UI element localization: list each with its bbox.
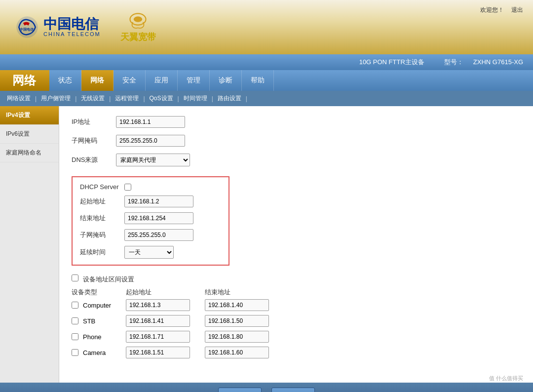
stb-label: STB (83, 317, 95, 325)
main-nav: 网络 状态 网络 安全 应用 管理 诊断 帮助 (0, 70, 533, 91)
subnav-user-management[interactable]: 用户侧管理 (39, 93, 73, 104)
ct-text: 中国电信 CHINA TELECOM (43, 17, 101, 37)
tab-network[interactable]: 网络 (81, 70, 114, 91)
china-telecom-logo: 中国电信 中国电信 CHINA TELECOM (15, 15, 101, 39)
model-label: 型号： (444, 58, 463, 66)
tab-application[interactable]: 应用 (146, 70, 178, 91)
dhcp-start-input[interactable] (124, 196, 193, 207)
sub-nav: 网络设置 | 用户侧管理 | 无线设置 | 远程管理 | QoS设置 | 时间管… (0, 91, 533, 106)
ip-address-input[interactable] (116, 116, 185, 128)
col-type-header: 设备类型 (72, 288, 126, 297)
tab-help[interactable]: 帮助 (242, 70, 274, 91)
tab-management[interactable]: 管理 (178, 70, 210, 91)
watermark: 值 什么值得买 (489, 375, 523, 382)
computer-end-input[interactable] (205, 299, 269, 311)
svg-text:中国电信: 中国电信 (20, 27, 34, 31)
tab-diagnosis[interactable]: 诊断 (210, 70, 242, 91)
device-row-stb: STB (72, 315, 521, 327)
dhcp-subnet-label: 子网掩码 (80, 231, 124, 239)
dns-label: DNS来源 (72, 156, 116, 164)
dhcp-server-label: DHCP Server (80, 183, 124, 191)
device-range-section: 设备地址区间设置 设备类型 起始地址 结束地址 Computer (72, 274, 521, 358)
phone-label: Phone (83, 333, 102, 341)
subnav-wireless[interactable]: 无线设置 (79, 93, 107, 104)
subnet-mask-label: 子网掩码 (72, 136, 116, 145)
dhcp-server-row: DHCP Server (80, 183, 221, 191)
tianyi-text-label: 天翼宽带 (120, 31, 156, 43)
phone-checkbox[interactable] (72, 333, 78, 340)
phone-end-input[interactable] (205, 331, 269, 343)
model-info: 型号：ZXHN G7615-XG (434, 58, 523, 67)
dns-select[interactable]: 家庭网关代理 自动获取 手动配置 (116, 154, 190, 166)
dhcp-box: DHCP Server 起始地址 结束地址 子网掩码 延续时间 一天 半天 (72, 176, 229, 266)
ct-chinese-label: 中国电信 (43, 17, 101, 31)
subnav-remote-mgmt[interactable]: 远程管理 (113, 93, 141, 104)
sidebar-item-ipv6[interactable]: IPv6设置 (0, 125, 59, 144)
dhcp-end-row: 结束地址 (80, 212, 221, 224)
subnav-network-settings[interactable]: 网络设置 (5, 93, 33, 104)
dhcp-lease-select[interactable]: 一天 半天 一小时 (124, 246, 174, 259)
device-range-title: 设备地址区间设置 (72, 274, 521, 284)
logo-area: 中国电信 中国电信 CHINA TELECOM 天翼宽带 (15, 11, 156, 43)
subnav-qos[interactable]: QoS设置 (148, 93, 175, 104)
dhcp-end-input[interactable] (124, 212, 193, 224)
stb-start-input[interactable] (126, 315, 190, 327)
dhcp-server-checkbox[interactable] (124, 184, 131, 191)
dhcp-subnet-row: 子网掩码 (80, 229, 221, 241)
col-end-header: 结束地址 (205, 288, 284, 297)
cancel-button[interactable]: 取消 (271, 388, 315, 392)
tianyi-logo: 天翼宽带 (120, 11, 156, 43)
subnet-mask-row: 子网掩码 (72, 135, 521, 147)
device-row-phone: Phone (72, 331, 521, 343)
tab-status[interactable]: 状态 (49, 70, 81, 91)
main-content: IP地址 子网掩码 DNS来源 家庭网关代理 自动获取 手动配置 DHCP Se… (59, 106, 533, 383)
device-row-computer: Computer (72, 299, 521, 311)
ct-icon: 中国电信 (15, 15, 39, 39)
sidebar-item-ipv4[interactable]: IPv4设置 (0, 106, 59, 125)
ip-address-row: IP地址 (72, 116, 521, 128)
computer-start-input[interactable] (126, 299, 190, 311)
dhcp-end-label: 结束地址 (80, 214, 124, 223)
dns-row: DNS来源 家庭网关代理 自动获取 手动配置 (72, 154, 521, 166)
subnav-route[interactable]: 路由设置 (216, 93, 243, 104)
dhcp-subnet-input[interactable] (124, 229, 193, 241)
top-right-nav: 欢迎您！ 退出 (480, 6, 523, 14)
subnet-mask-input[interactable] (116, 135, 185, 147)
subnav-time[interactable]: 时间管理 (182, 93, 209, 104)
dhcp-lease-label: 延续时间 (80, 248, 124, 257)
device-bar: 10G PON FTTR主设备 型号：ZXHN G7615-XG (0, 54, 533, 70)
tab-security[interactable]: 安全 (114, 70, 146, 91)
dhcp-start-label: 起始地址 (80, 197, 124, 206)
save-button[interactable]: 保存 (218, 388, 262, 392)
ip-address-label: IP地址 (72, 118, 116, 126)
header: 中国电信 中国电信 CHINA TELECOM 天翼宽带 欢迎您！ 退出 (0, 0, 533, 54)
action-bar: 保存 取消 (0, 383, 533, 392)
computer-checkbox[interactable] (72, 302, 78, 309)
tianyi-icon (127, 11, 149, 31)
dhcp-lease-row: 延续时间 一天 半天 一小时 (80, 246, 221, 259)
camera-checkbox[interactable] (72, 349, 78, 356)
camera-label: Camera (83, 349, 106, 356)
stb-end-input[interactable] (205, 315, 269, 327)
dhcp-start-row: 起始地址 (80, 196, 221, 207)
col-start-header: 起始地址 (126, 288, 205, 297)
svg-point-3 (134, 16, 142, 22)
device-row-camera: Camera (72, 347, 521, 358)
section-title: 网络 (0, 70, 49, 91)
welcome-text: 欢迎您！ (480, 6, 504, 14)
device-range-label: 设备地址区间设置 (83, 275, 134, 283)
camera-end-input[interactable] (205, 347, 269, 358)
sidebar: IPv4设置 IPv6设置 家庭网络命名 (0, 106, 59, 383)
phone-start-input[interactable] (126, 331, 190, 343)
computer-label: Computer (83, 302, 111, 309)
content-wrapper: IPv4设置 IPv6设置 家庭网络命名 IP地址 子网掩码 DNS来源 家庭网… (0, 106, 533, 383)
ct-english-label: CHINA TELECOM (43, 31, 101, 37)
device-table-header: 设备类型 起始地址 结束地址 (72, 288, 521, 297)
logout-button[interactable]: 退出 (511, 6, 523, 14)
product-name: 10G PON FTTR主设备 (359, 58, 424, 67)
camera-start-input[interactable] (126, 347, 190, 358)
stb-checkbox[interactable] (72, 317, 78, 324)
device-range-checkbox[interactable] (72, 274, 78, 281)
model-value: ZXHN G7615-XG (473, 58, 523, 66)
sidebar-item-home-network[interactable]: 家庭网络命名 (0, 144, 59, 162)
